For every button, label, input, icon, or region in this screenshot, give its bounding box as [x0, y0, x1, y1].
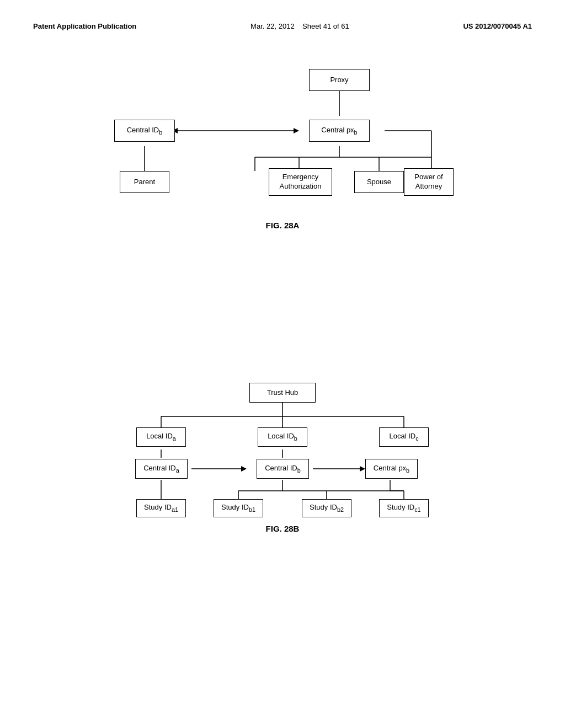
local-id-b-box: Local IDb [258, 427, 307, 447]
central-id-a-box: Central IDa [135, 459, 188, 479]
power-of-attorney-box: Power of Attorney [404, 168, 454, 196]
fig28a-section: Proxy Central IDb Central pxb Parent Eme… [0, 61, 565, 230]
fig28b-label: FIG. 28B [0, 524, 565, 533]
header-left: Patent Application Publication [33, 22, 136, 30]
page-header: Patent Application Publication Mar. 22, … [33, 22, 532, 30]
page: Patent Application Publication Mar. 22, … [0, 0, 565, 728]
local-id-c-box: Local IDc [379, 427, 429, 447]
svg-marker-21 [241, 466, 247, 472]
central-id-a-label: Central IDa [143, 464, 179, 474]
proxy-box: Proxy [309, 69, 370, 91]
header-center: Mar. 22, 2012 Sheet 41 of 61 [250, 22, 349, 30]
svg-marker-23 [360, 466, 365, 472]
fig28a-label: FIG. 28A [0, 221, 565, 230]
study-id-a1-box: Study IDa1 [136, 499, 186, 517]
fig28b-diagram: Trust Hub Local IDa Local IDb Local IDc … [89, 375, 476, 518]
trust-hub-box: Trust Hub [249, 383, 316, 403]
central-px-b2-label: Central pxb [374, 464, 409, 474]
central-id-b2-box: Central IDb [257, 459, 309, 479]
local-id-a-label: Local IDa [146, 432, 176, 442]
fig28a-diagram: Proxy Central IDb Central pxb Parent Eme… [89, 61, 476, 215]
central-px-b-label: Central pxb [321, 126, 357, 136]
central-px-b2-box: Central pxb [365, 459, 418, 479]
central-id-b-label: Central IDb [127, 126, 163, 136]
emergency-auth-box: Emergency Authorization [269, 168, 332, 196]
study-id-c1-box: Study IDc1 [379, 499, 429, 517]
study-id-b2-box: Study IDb2 [302, 499, 351, 517]
local-id-a-box: Local IDa [136, 427, 186, 447]
central-px-b-box: Central pxb [309, 120, 370, 142]
study-id-b1-label: Study IDb1 [221, 503, 255, 513]
study-id-c1-label: Study IDc1 [387, 503, 420, 513]
fig28b-section: Trust Hub Local IDa Local IDb Local IDc … [0, 375, 565, 533]
central-id-b2-label: Central IDb [265, 464, 301, 474]
study-id-a1-label: Study IDa1 [144, 503, 178, 513]
study-id-b2-label: Study IDb2 [310, 503, 344, 513]
local-id-b-label: Local IDb [268, 432, 297, 442]
local-id-c-label: Local IDc [389, 432, 418, 442]
header-right: US 2012/0070045 A1 [463, 22, 532, 30]
central-id-b-box: Central IDb [114, 120, 175, 142]
study-id-b1-box: Study IDb1 [214, 499, 263, 517]
spouse-box: Spouse [354, 171, 404, 193]
svg-marker-2 [294, 128, 299, 133]
parent-box: Parent [120, 171, 169, 193]
